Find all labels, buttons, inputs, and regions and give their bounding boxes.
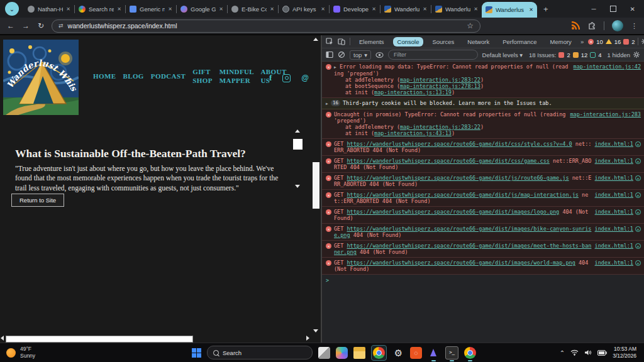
default-levels-selector[interactable]: Default levels ▾: [482, 52, 523, 58]
tab-close-icon[interactable]: ✕: [270, 6, 274, 12]
devtools-tab-network[interactable]: Network: [463, 37, 494, 47]
terminal-icon[interactable]: >_: [445, 346, 458, 359]
issues-summary-label[interactable]: 18 Issues:: [529, 52, 556, 58]
inner-scroll-up-arrow[interactable]: [295, 129, 300, 133]
weather-widget[interactable]: 49°F Sunny: [0, 346, 101, 359]
new-tab-button[interactable]: +: [543, 4, 548, 14]
console-error-message[interactable]: ✕ Uncaught (in promise) TypeError: Canno…: [322, 109, 644, 139]
live-expression-eye-icon[interactable]: [375, 52, 384, 58]
console-network-error[interactable]: ✕ GET https://wanderlustwhisperz.space/r…: [322, 241, 644, 258]
console-prompt[interactable]: >: [322, 275, 644, 286]
tab-close-icon[interactable]: ✕: [219, 6, 223, 12]
nav-blog[interactable]: BLOG: [123, 72, 143, 81]
console-network-error[interactable]: ✕ GET https://wanderlustwhisperz.space/r…: [322, 173, 644, 190]
rss-extension-icon[interactable]: [571, 21, 580, 30]
stack-source-link[interactable]: map-interaction.js:283:22: [400, 124, 480, 130]
tray-chevron-up-icon[interactable]: ⌃: [560, 349, 565, 356]
site-info-icon[interactable]: ⇄: [58, 23, 64, 29]
warning-count-icon[interactable]: [606, 39, 612, 44]
devtools-tab-sources[interactable]: Sources: [428, 37, 458, 47]
tab-close-icon[interactable]: ✕: [423, 6, 427, 12]
console-source-link[interactable]: map-interaction.js:283: [570, 111, 641, 118]
page-scroll-left-arrow[interactable]: [1, 336, 4, 341]
browser-tab[interactable]: Wanderlus✕: [380, 0, 431, 18]
instagram-icon[interactable]: [282, 74, 291, 82]
page-scroll-up-arrow[interactable]: [313, 38, 318, 41]
tab-close-icon[interactable]: ✕: [66, 6, 70, 12]
console-insights-icon[interactable]: ≡: [635, 175, 641, 181]
tab-close-icon[interactable]: ✕: [474, 6, 478, 12]
console-network-error[interactable]: ✕ GET https://wanderlustwhisperz.space/r…: [322, 258, 644, 275]
inspect-element-icon[interactable]: [326, 38, 333, 45]
console-insights-icon[interactable]: ≡: [635, 141, 641, 147]
stack-source-link[interactable]: map-interaction.js:13:19: [374, 89, 452, 96]
task-view-icon[interactable]: [318, 347, 330, 359]
stack-source-link[interactable]: map-interaction.js:43:13: [374, 130, 452, 136]
execution-context-selector[interactable]: top ▾: [350, 50, 371, 60]
console-source-link[interactable]: index.html:1: [595, 158, 633, 164]
browser-tab[interactable]: API keys |✕: [279, 0, 329, 18]
ubuntu-icon[interactable]: ◌: [410, 347, 422, 359]
nav-podcast[interactable]: PODCAST: [151, 72, 186, 81]
expand-icon[interactable]: ▶: [334, 65, 336, 70]
console-sidebar-icon[interactable]: [326, 51, 333, 58]
console-insights-icon[interactable]: ≡: [635, 243, 641, 249]
taskbar-search[interactable]: Search: [207, 346, 313, 359]
request-url-link[interactable]: https://wanderlustwhisperz.space/route66…: [347, 175, 569, 181]
request-url-link[interactable]: https://wanderlustwhisperz.space/route66…: [347, 260, 575, 266]
browser-tab[interactable]: Developer✕: [330, 0, 380, 18]
page-vertical-scrollbar-thumb[interactable]: [313, 162, 319, 209]
console-network-error[interactable]: ✕ GET https://wanderlustwhisperz.space/r…: [322, 139, 644, 156]
console-network-error[interactable]: ✕ GET https://wanderlustwhisperz.space/r…: [322, 190, 644, 207]
console-source-link[interactable]: index.html:1: [595, 175, 633, 181]
request-url-link[interactable]: https://wanderlustwhisperz.space/route66…: [347, 141, 572, 147]
bookmark-star-icon[interactable]: ☆: [467, 21, 474, 30]
request-url-link[interactable]: https://wanderlustwhisperz.space/route66…: [347, 209, 559, 215]
address-bar[interactable]: ⇄ wanderlustwhisperz.space/index.html ☆: [52, 19, 480, 33]
tab-close-icon[interactable]: ✕: [372, 6, 376, 12]
console-insights-icon[interactable]: ≡: [635, 158, 641, 164]
devtools-tab-performance[interactable]: Performance: [498, 37, 541, 47]
console-network-error[interactable]: ✕ GET https://wanderlustwhisperz.space/r…: [322, 156, 644, 173]
inner-scrollbar-thumb[interactable]: [293, 139, 303, 150]
nav-mindful-mapper[interactable]: MINDFUL MAPPER: [219, 68, 254, 85]
chrome-secondary-icon[interactable]: [464, 347, 476, 359]
devtools-settings-icon[interactable]: [641, 38, 644, 45]
file-explorer-icon[interactable]: [353, 347, 365, 359]
console-network-error[interactable]: ✕ GET https://wanderlustwhisperz.space/r…: [322, 224, 644, 241]
console-network-error[interactable]: ✕ GET https://wanderlustwhisperz.space/r…: [322, 207, 644, 224]
console-filter-input[interactable]: [388, 50, 478, 60]
console-source-link[interactable]: map-interaction.js:42: [574, 63, 641, 70]
console-error-message[interactable]: ✕ ▶ Error loading map data: TypeError: C…: [322, 62, 644, 98]
browser-tab[interactable]: Nathan-H✕: [24, 0, 74, 18]
device-toolbar-icon[interactable]: [338, 38, 345, 45]
browser-tab[interactable]: Generic no✕: [126, 0, 176, 18]
stack-source-link[interactable]: map-interaction.js:278:13: [400, 83, 480, 89]
page-horizontal-scrollbar-thumb[interactable]: [6, 336, 193, 343]
return-to-site-button[interactable]: Return to Site: [11, 194, 64, 207]
console-source-link[interactable]: index.html:1: [595, 243, 633, 249]
inner-scroll-down-arrow[interactable]: [295, 185, 300, 188]
maximize-button[interactable]: [610, 6, 616, 12]
tab-close-icon[interactable]: ✕: [529, 7, 533, 13]
error-count-icon[interactable]: ✕: [588, 39, 594, 45]
clock[interactable]: 10:53 AM 3/12/2026: [613, 346, 636, 359]
console-source-link[interactable]: index.html:1: [595, 260, 633, 266]
tab-close-icon[interactable]: ✕: [321, 6, 325, 12]
devtools-tab-memory[interactable]: Memory: [546, 37, 576, 47]
browser-tab[interactable]: Search res✕: [75, 0, 125, 18]
console-source-link[interactable]: index.html:1: [595, 226, 633, 232]
expand-icon[interactable]: ▶: [326, 101, 328, 107]
minimize-button[interactable]: ─: [592, 6, 596, 13]
console-insights-icon[interactable]: ≡: [635, 192, 641, 198]
issues-count-icon[interactable]: [623, 39, 629, 45]
window-close-button[interactable]: ✕: [630, 6, 635, 13]
browser-tab[interactable]: E-Bike Con✕: [228, 0, 278, 18]
settings-icon[interactable]: ⚙: [392, 347, 404, 359]
browser-tab-active[interactable]: Wanderlus✕: [482, 2, 537, 18]
threads-icon[interactable]: @: [301, 74, 309, 82]
nav-gift-shop[interactable]: GIFT SHOP: [192, 68, 213, 85]
reload-button[interactable]: ↻: [36, 21, 45, 30]
copilot-icon[interactable]: [336, 347, 348, 359]
console-insights-icon[interactable]: ≡: [635, 209, 641, 215]
